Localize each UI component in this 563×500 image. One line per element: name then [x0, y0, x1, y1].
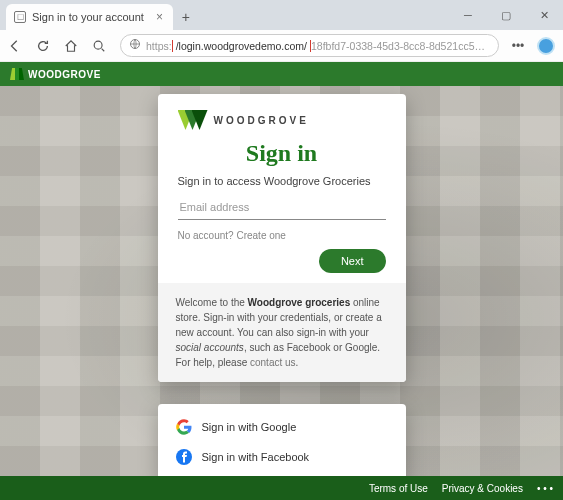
- site-footer: Terms of Use Privacy & Cookies • • •: [0, 476, 563, 500]
- create-account-link[interactable]: Create one: [236, 230, 285, 241]
- tab-title: Sign in to your account: [32, 11, 144, 23]
- browser-titlebar: ☐ Sign in to your account × + ─ ▢ ✕: [0, 0, 563, 30]
- refresh-icon[interactable]: [36, 39, 54, 53]
- signin-facebook-button[interactable]: Sign in with Facebook: [174, 442, 390, 472]
- email-field[interactable]: [178, 197, 386, 220]
- signin-heading: Sign in: [178, 140, 386, 167]
- signin-google-button[interactable]: Sign in with Google: [174, 412, 390, 442]
- social-signin-card: Sign in with Google Sign in with Faceboo…: [158, 404, 406, 476]
- new-tab-button[interactable]: +: [173, 4, 199, 30]
- address-text: https:/login.woodgrovedemo.com/18fbfd7-0…: [146, 40, 490, 52]
- card-logo: WOODGROVE: [178, 110, 386, 130]
- site-brandbar: WOODGROVE: [0, 62, 563, 86]
- signin-subhead: Sign in to access Woodgrove Groceries: [178, 175, 386, 187]
- card-logo-text: WOODGROVE: [214, 115, 309, 126]
- back-icon[interactable]: [8, 39, 26, 53]
- contact-us-link[interactable]: contact us: [250, 357, 296, 368]
- woodgrove-logo-icon: [10, 68, 24, 80]
- window-maximize-icon[interactable]: ▢: [487, 0, 525, 30]
- google-label: Sign in with Google: [202, 421, 297, 433]
- tab-favicon: ☐: [14, 11, 26, 23]
- woodgrove-mark-icon: [178, 110, 208, 130]
- footer-privacy-link[interactable]: Privacy & Cookies: [442, 483, 523, 494]
- browser-tab[interactable]: ☐ Sign in to your account ×: [6, 4, 173, 30]
- google-icon: [176, 419, 192, 435]
- no-account-line: No account? Create one: [178, 230, 386, 241]
- profile-avatar-icon[interactable]: [537, 37, 555, 55]
- svg-point-0: [94, 41, 102, 49]
- url-scheme: https:: [146, 40, 172, 52]
- signin-card: WOODGROVE Sign in Sign in to access Wood…: [158, 94, 406, 382]
- overflow-menu-icon[interactable]: •••: [509, 39, 527, 53]
- home-icon[interactable]: [64, 39, 82, 53]
- url-host-highlight: /login.woodgrovedemo.com/: [172, 40, 311, 52]
- brandbar-title: WOODGROVE: [28, 69, 101, 80]
- no-account-text: No account?: [178, 230, 237, 241]
- search-icon[interactable]: [92, 39, 110, 53]
- next-button[interactable]: Next: [319, 249, 386, 273]
- footer-terms-link[interactable]: Terms of Use: [369, 483, 428, 494]
- browser-toolbar: https:/login.woodgrovedemo.com/18fbfd7-0…: [0, 30, 563, 62]
- address-bar[interactable]: https:/login.woodgrovedemo.com/18fbfd7-0…: [120, 34, 499, 57]
- facebook-label: Sign in with Facebook: [202, 451, 310, 463]
- url-rest: 18fbfd7-0338-45d3-8cc8-8d521cc578b2/oaut…: [311, 40, 490, 52]
- welcome-info: Welcome to the Woodgrove groceries onlin…: [158, 283, 406, 382]
- footer-more-icon[interactable]: • • •: [537, 483, 553, 494]
- window-close-icon[interactable]: ✕: [525, 0, 563, 30]
- window-minimize-icon[interactable]: ─: [449, 0, 487, 30]
- page-stage: WOODGROVE Sign in Sign in to access Wood…: [0, 86, 563, 476]
- facebook-icon: [176, 449, 192, 465]
- globe-icon: [129, 38, 141, 53]
- tab-close-icon[interactable]: ×: [156, 10, 163, 24]
